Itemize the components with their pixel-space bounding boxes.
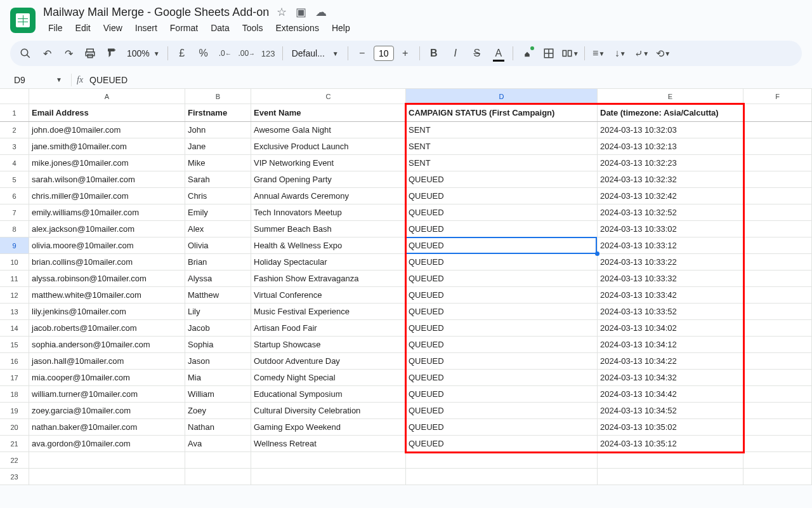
- cell[interactable]: Chris: [185, 188, 251, 204]
- cell[interactable]: Jason: [185, 353, 251, 369]
- bold-button[interactable]: B: [424, 43, 444, 64]
- cell[interactable]: Startup Showcase: [251, 337, 406, 352]
- cell[interactable]: Nathan: [185, 419, 251, 435]
- print-icon[interactable]: [80, 43, 100, 64]
- menu-insert[interactable]: Insert: [130, 20, 162, 36]
- cell[interactable]: QUEUED: [406, 320, 598, 336]
- cell[interactable]: [406, 452, 598, 468]
- cell[interactable]: Tech Innovators Meetup: [251, 204, 406, 220]
- cell[interactable]: alex.jackson@10mailer.com: [29, 221, 185, 237]
- cell[interactable]: CAMPAIGN STATUS (First Campaign): [406, 104, 598, 121]
- row-header[interactable]: 14: [0, 320, 29, 336]
- menu-data[interactable]: Data: [206, 20, 235, 36]
- cell[interactable]: 2024-03-13 10:34:22: [598, 353, 743, 369]
- row-header[interactable]: 17: [0, 370, 29, 385]
- move-icon[interactable]: ▣: [296, 5, 306, 19]
- undo-icon[interactable]: ↶: [37, 43, 57, 64]
- cell[interactable]: 2024-03-13 10:35:02: [598, 419, 743, 435]
- menu-file[interactable]: File: [43, 20, 68, 36]
- cell[interactable]: [185, 469, 251, 485]
- cell[interactable]: QUEUED: [406, 204, 598, 220]
- cell[interactable]: chris.miller@10mailer.com: [29, 188, 185, 204]
- row-header[interactable]: 5: [0, 171, 29, 187]
- cell[interactable]: SENT: [406, 138, 598, 154]
- cell[interactable]: [743, 204, 812, 220]
- row-header[interactable]: 12: [0, 287, 29, 303]
- cell[interactable]: Olivia: [185, 237, 251, 253]
- cell[interactable]: [743, 304, 812, 319]
- row-header[interactable]: 11: [0, 271, 29, 286]
- cell[interactable]: [743, 287, 812, 303]
- cell[interactable]: Wellness Retreat: [251, 436, 406, 451]
- cell[interactable]: 2024-03-13 10:34:52: [598, 403, 743, 418]
- cell[interactable]: mia.cooper@10mailer.com: [29, 370, 185, 385]
- row-header[interactable]: 15: [0, 337, 29, 352]
- cell[interactable]: lily.jenkins@10mailer.com: [29, 304, 185, 319]
- cell[interactable]: [406, 469, 598, 485]
- cell[interactable]: 2024-03-13 10:34:12: [598, 337, 743, 352]
- cell[interactable]: QUEUED: [406, 337, 598, 352]
- row-header[interactable]: 22: [0, 452, 29, 468]
- increase-decimal-button[interactable]: .00→: [237, 43, 257, 64]
- cell[interactable]: william.turner@10mailer.com: [29, 386, 185, 402]
- cell[interactable]: matthew.white@10mailer.com: [29, 287, 185, 303]
- cell[interactable]: QUEUED: [406, 370, 598, 385]
- cell[interactable]: [29, 452, 185, 468]
- col-header-a[interactable]: A: [29, 89, 185, 104]
- star-icon[interactable]: ☆: [277, 5, 287, 19]
- row-header[interactable]: 9: [0, 237, 29, 253]
- cell[interactable]: [743, 436, 812, 451]
- cell[interactable]: Mike: [185, 155, 251, 171]
- cell[interactable]: QUEUED: [406, 254, 598, 270]
- cell[interactable]: [743, 452, 812, 468]
- menu-help[interactable]: Help: [327, 20, 355, 36]
- cell[interactable]: Artisan Food Fair: [251, 320, 406, 336]
- cell[interactable]: QUEUED: [406, 287, 598, 303]
- menu-extensions[interactable]: Extensions: [270, 20, 324, 36]
- currency-button[interactable]: £: [172, 43, 192, 64]
- cell[interactable]: Ava: [185, 436, 251, 451]
- cell[interactable]: sophia.anderson@10mailer.com: [29, 337, 185, 352]
- col-header-b[interactable]: B: [185, 89, 251, 104]
- cell[interactable]: QUEUED: [406, 403, 598, 418]
- cell[interactable]: john.doe@10mailer.com: [29, 122, 185, 138]
- cell[interactable]: [743, 469, 812, 485]
- italic-button[interactable]: I: [445, 43, 466, 64]
- cell[interactable]: 2024-03-13 10:32:42: [598, 188, 743, 204]
- cell[interactable]: 2024-03-13 10:33:52: [598, 304, 743, 319]
- cell[interactable]: [598, 469, 743, 485]
- row-header[interactable]: 4: [0, 155, 29, 171]
- cell[interactable]: QUEUED: [406, 171, 598, 187]
- vertical-align-button[interactable]: ↓▼: [610, 43, 631, 64]
- row-header[interactable]: 10: [0, 254, 29, 270]
- cell[interactable]: Sarah: [185, 171, 251, 187]
- cell[interactable]: [743, 221, 812, 237]
- row-header[interactable]: 16: [0, 353, 29, 369]
- cell[interactable]: [251, 452, 406, 468]
- cell[interactable]: Educational Symposium: [251, 386, 406, 402]
- cell[interactable]: 2024-03-13 10:33:22: [598, 254, 743, 270]
- fontsize-increase-button[interactable]: +: [395, 43, 416, 64]
- cell[interactable]: [743, 419, 812, 435]
- cell[interactable]: [29, 469, 185, 485]
- zoom-select[interactable]: 100%▼: [123, 48, 164, 58]
- col-header-d[interactable]: D: [406, 89, 598, 104]
- cell[interactable]: [743, 386, 812, 402]
- cell[interactable]: Gaming Expo Weekend: [251, 419, 406, 435]
- cell[interactable]: QUEUED: [406, 271, 598, 286]
- cell[interactable]: Fashion Show Extravaganza: [251, 271, 406, 286]
- cell[interactable]: zoey.garcia@10mailer.com: [29, 403, 185, 418]
- cell[interactable]: [743, 353, 812, 369]
- cell[interactable]: John: [185, 122, 251, 138]
- cell[interactable]: Lily: [185, 304, 251, 319]
- cell[interactable]: Music Festival Experience: [251, 304, 406, 319]
- formula-bar[interactable]: QUEUED: [89, 75, 812, 85]
- number-format-button[interactable]: 123: [258, 43, 278, 64]
- cell[interactable]: VIP Networking Event: [251, 155, 406, 171]
- menu-format[interactable]: Format: [165, 20, 203, 36]
- wrap-button[interactable]: ⤶▼: [632, 43, 652, 64]
- cell[interactable]: 2024-03-13 10:34:02: [598, 320, 743, 336]
- cell[interactable]: [743, 104, 812, 121]
- cell[interactable]: jason.hall@10mailer.com: [29, 353, 185, 369]
- cell[interactable]: Outdoor Adventure Day: [251, 353, 406, 369]
